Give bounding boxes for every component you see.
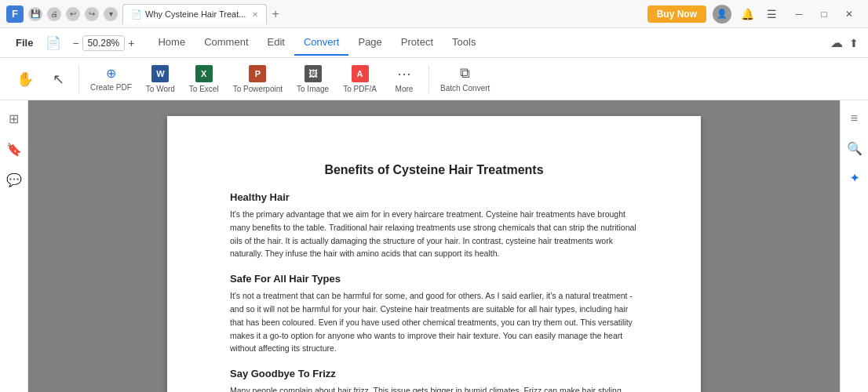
menu-bar: File 📄 − 50.28% + Home Comment Edit Conv…: [0, 28, 868, 58]
bookmarks-button[interactable]: 🔖: [2, 137, 27, 162]
to-excel-button[interactable]: X To Excel: [183, 62, 225, 96]
menu-tabs: Home Comment Edit Convert Page Protect T…: [148, 30, 485, 56]
hand-tool-button[interactable]: ✋: [9, 67, 41, 91]
comments-button[interactable]: 💬: [2, 168, 27, 192]
app-icon-label: F: [12, 8, 18, 20]
notifications-button[interactable]: 🔔: [738, 6, 757, 22]
more-label: More: [396, 85, 414, 93]
cursor-tool-button[interactable]: ↖: [42, 67, 74, 91]
to-powerpoint-label: To Powerpoint: [233, 85, 283, 93]
zoom-value[interactable]: 50.28%: [82, 35, 126, 51]
pdf-body-2: It's not a treatment that can be harmful…: [230, 289, 638, 355]
pdf-heading-3: Say Goodbye To Frizz: [230, 368, 638, 379]
close-button[interactable]: ✕: [837, 5, 862, 24]
pdf-body-1: It's the primary advantage that we aim f…: [230, 208, 638, 260]
app-icon: F: [6, 5, 24, 23]
toolbar: ✋ ↖ ⊕ Create PDF W To Word X To Excel P …: [0, 58, 868, 100]
toolbar-separator-1: [78, 65, 79, 93]
redo-button[interactable]: ↪: [85, 7, 99, 21]
more-icon: ⋯: [397, 65, 411, 82]
pdf-body-3: Many people complain about hair frizz. T…: [230, 384, 638, 392]
to-pdf-a-button[interactable]: A To PDF/A: [337, 62, 383, 96]
save-button[interactable]: 💾: [28, 7, 42, 21]
window-controls: ─ □ ✕: [786, 5, 862, 24]
to-image-icon: 🖼: [305, 65, 322, 82]
cloud-icon[interactable]: ☁: [830, 35, 843, 50]
properties-panel-button[interactable]: ≡: [846, 107, 863, 130]
create-pdf-button[interactable]: ⊕ Create PDF: [84, 63, 138, 95]
pdf-section-3: Say Goodbye To Frizz Many people complai…: [230, 368, 638, 392]
menu-tab-page[interactable]: Page: [348, 30, 391, 56]
to-powerpoint-icon: P: [249, 65, 266, 82]
hand-icon: ✋: [16, 71, 34, 88]
right-sidebar: ≡ 🔍 ✦: [840, 100, 868, 392]
buy-now-button[interactable]: Buy Now: [647, 5, 706, 23]
pdf-heading-2: Safe For All Hair Types: [230, 273, 638, 285]
print-button[interactable]: 🖨: [47, 7, 61, 21]
toolbar-separator-2: [429, 65, 429, 93]
maximize-button[interactable]: □: [811, 5, 837, 24]
batch-convert-label: Batch Convert: [440, 84, 490, 93]
to-pdf-a-label: To PDF/A: [343, 85, 377, 93]
menu-tab-home[interactable]: Home: [148, 30, 195, 56]
tab-title: Why Cysteine Hair Treat...: [145, 9, 246, 19]
main-area: ⊞ 🔖 💬 Benefits of Cysteine Hair Treatmen…: [0, 100, 868, 392]
to-word-label: To Word: [146, 85, 175, 93]
zoom-in-button[interactable]: +: [126, 35, 136, 51]
pdf-page: Benefits of Cysteine Hair Treatments Hea…: [167, 116, 701, 392]
to-image-label: To Image: [297, 85, 329, 93]
to-excel-icon: X: [195, 65, 213, 82]
to-image-button[interactable]: 🖼 To Image: [290, 62, 335, 96]
to-word-button[interactable]: W To Word: [140, 62, 181, 96]
menu-tab-edit[interactable]: Edit: [258, 30, 294, 56]
pdf-document-title: Benefits of Cysteine Hair Treatments: [230, 163, 638, 177]
menu-tab-tools[interactable]: Tools: [443, 30, 485, 56]
menu-tab-comment[interactable]: Comment: [195, 30, 257, 56]
to-word-icon: W: [151, 65, 169, 82]
search-panel-button[interactable]: 🔍: [842, 136, 867, 161]
pdf-viewport[interactable]: Benefits of Cysteine Hair Treatments Hea…: [28, 100, 840, 392]
more-button[interactable]: ⋯ More: [385, 62, 424, 96]
title-bar-tabs: 📄 Why Cysteine Hair Treat... ✕ +: [122, 4, 283, 24]
tab-doc-icon: 📄: [131, 9, 142, 20]
thumbnails-button[interactable]: ⊞: [4, 107, 24, 131]
new-tab-button[interactable]: +: [268, 7, 282, 21]
active-tab[interactable]: 📄 Why Cysteine Hair Treat... ✕: [122, 4, 267, 24]
title-bar-left: F 💾 🖨 ↩ ↪ ▾: [6, 5, 118, 23]
undo-button[interactable]: ↩: [66, 7, 80, 21]
zoom-area: − 50.28% +: [71, 35, 136, 51]
title-bar: F 💾 🖨 ↩ ↪ ▾ 📄 Why Cysteine Hair Treat...…: [0, 0, 868, 28]
tab-close-icon[interactable]: ✕: [252, 10, 258, 19]
batch-convert-button[interactable]: ⧉ Batch Convert: [434, 62, 496, 96]
ai-assistant-button[interactable]: ✦: [845, 167, 864, 189]
hamburger-button[interactable]: ☰: [764, 6, 780, 22]
create-pdf-icon: ⊕: [106, 66, 116, 81]
left-sidebar: ⊞ 🔖 💬: [0, 100, 28, 392]
cursor-icon: ↖: [53, 71, 64, 88]
pdf-heading-1: Healthy Hair: [230, 191, 638, 203]
menu-tab-protect[interactable]: Protect: [392, 30, 443, 56]
collapse-icon[interactable]: ⬆: [849, 37, 859, 49]
to-powerpoint-button[interactable]: P To Powerpoint: [227, 62, 289, 96]
minimize-button[interactable]: ─: [786, 5, 811, 24]
pdf-section-1: Healthy Hair It's the primary advantage …: [230, 191, 638, 260]
to-pdf-a-icon: A: [352, 65, 369, 82]
user-avatar: 👤: [713, 5, 731, 24]
file-menu[interactable]: File: [9, 34, 39, 52]
zoom-out-button[interactable]: −: [71, 35, 80, 51]
create-pdf-label: Create PDF: [90, 83, 132, 92]
menu-right: ☁ ⬆: [830, 35, 859, 50]
menu-tab-convert[interactable]: Convert: [294, 30, 349, 56]
to-excel-label: To Excel: [189, 85, 219, 93]
more-options-button[interactable]: ▾: [104, 7, 118, 21]
doc-icon-button[interactable]: 📄: [42, 34, 64, 52]
batch-convert-icon: ⧉: [460, 65, 470, 82]
pdf-section-2: Safe For All Hair Types It's not a treat…: [230, 273, 638, 355]
title-bar-right: Buy Now 👤 🔔 ☰ ─ □ ✕: [647, 5, 862, 24]
